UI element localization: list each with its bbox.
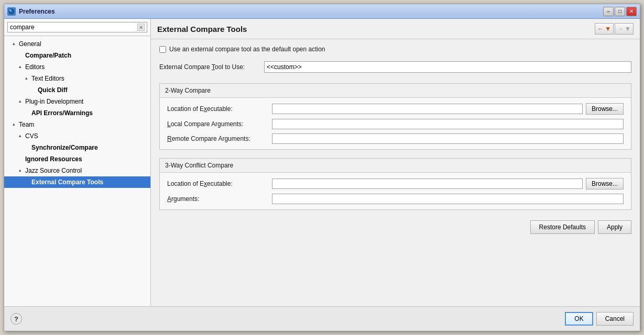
restore-defaults-button[interactable]: Restore Defaults [530,220,595,234]
section-3way: 3-Way Conflict Compare Location of Execu… [159,158,631,210]
tree-label-ignored-resources: Ignored Resources [25,154,82,164]
section-2way-title: 2-Way Compare [160,84,631,98]
3way-arguments-input[interactable] [272,194,624,204]
window-controls: – □ ✕ [603,7,637,16]
minimize-button[interactable]: – [603,7,614,16]
arrow-cvs: ▴ [19,132,24,140]
content-area: ✕ ▴ General Compare/Patch ▴ Editors [4,19,640,306]
2way-local-args-label: Local Compare Arguments: [167,120,272,128]
tree-label-sync-compare: Synchronize/Compare [31,143,98,152]
section-2way-content: Location of Executable: Browse... Local … [160,98,631,149]
3way-executable-row: Location of Executable: Browse... [167,178,624,189]
tree-item-text-editors[interactable]: ▴ Text Editors [4,73,150,84]
arrow-plugin-dev: ▴ [19,98,24,105]
ok-button[interactable]: OK [565,312,593,326]
checkbox-label: Use an external compare tool as the defa… [169,46,325,53]
tree-item-jazz-source-control[interactable]: ▴ Jazz Source Control [4,165,150,176]
close-button[interactable]: ✕ [626,7,637,16]
tree-item-general[interactable]: ▴ General [4,38,150,50]
search-input[interactable] [10,24,137,31]
2way-remote-args-input[interactable] [272,133,624,144]
tool-dropdown[interactable]: <<custom>> [264,61,631,73]
checkbox-row: Use an external compare tool as the defa… [159,46,631,53]
tree-label-cvs: CVS [25,131,38,141]
2way-executable-label: Location of Executable: [167,105,272,113]
left-panel: ✕ ▴ General Compare/Patch ▴ Editors [4,19,151,306]
section-3way-title: 3-Way Conflict Compare [160,159,631,173]
tree-item-compare-patch[interactable]: Compare/Patch [4,50,150,61]
title-bar: Preferences – □ ✕ [4,4,640,19]
tree-label-general: General [19,39,41,49]
tree-label-team: Team [19,120,34,129]
arrow-editors: ▴ [19,63,24,71]
bottom-button-bar: ? OK Cancel [4,306,640,331]
dropdown-field-label: External Compare Tool to Use: [159,63,264,71]
bottom-action-section: Restore Defaults Apply [159,218,631,234]
tree-label-text-editors: Text Editors [31,74,64,83]
svg-point-1 [9,9,12,12]
2way-executable-row: Location of Executable: Browse... [167,103,624,115]
dropdown-wrapper: <<custom>> [264,61,631,73]
back-arrow-icon: ← [597,25,604,32]
tree-label-compare-patch: Compare/Patch [25,51,71,60]
tree-label-jazz-source-control: Jazz Source Control [25,166,82,175]
panel-content: Use an external compare tool as the defa… [151,39,640,306]
forward-button[interactable]: → ▼ [615,23,634,35]
tree-item-external-compare-tools[interactable]: External Compare Tools [4,176,150,188]
tree-label-api-errors: API Errors/Warnings [31,108,93,118]
3way-browse-button[interactable]: Browse... [586,178,624,189]
search-wrapper: ✕ [7,22,147,32]
tree-area: ▴ General Compare/Patch ▴ Editors ▴ Text… [4,36,150,306]
apply-button[interactable]: Apply [598,220,631,234]
fwd-dropdown-icon: ▼ [625,25,631,32]
panel-header: External Compare Tools ← ▼ → ▼ [151,19,640,39]
tree-label-quick-diff: Quick Diff [38,85,68,95]
help-button[interactable]: ? [10,313,22,325]
tree-item-api-errors[interactable]: API Errors/Warnings [4,107,150,119]
bottom-left: ? [10,313,22,325]
dropdown-row: External Compare Tool to Use: <<custom>> [159,61,631,73]
tree-item-ignored-resources[interactable]: Ignored Resources [4,153,150,165]
3way-executable-input[interactable] [272,178,583,189]
tree-label-external-compare-tools: External Compare Tools [31,177,103,187]
use-external-tool-checkbox[interactable] [159,46,166,53]
maximize-button[interactable]: □ [615,7,625,16]
tree-item-cvs[interactable]: ▴ CVS [4,130,150,142]
tree-label-editors: Editors [25,62,45,72]
tree-label-plugin-dev: Plug-in Development [25,97,83,106]
back-dropdown-icon: ▼ [605,25,611,32]
panel-title: External Compare Tools [157,25,247,34]
3way-arguments-row: Arguments: [167,194,624,204]
section-3way-content: Location of Executable: Browse... Argume… [160,173,631,209]
arrow-general: ▴ [13,40,18,48]
2way-executable-input[interactable] [272,104,583,114]
preferences-window: Preferences – □ ✕ ✕ ▴ General [4,4,640,331]
nav-buttons: ← ▼ → ▼ [595,23,634,35]
tree-item-sync-compare[interactable]: Synchronize/Compare [4,142,150,153]
2way-local-args-row: Local Compare Arguments: [167,119,624,129]
window-icon [7,7,16,16]
2way-remote-args-label: Remote Compare Arguments: [167,135,272,142]
3way-arguments-label: Arguments: [167,195,272,203]
tree-item-editors[interactable]: ▴ Editors [4,61,150,73]
section-2way: 2-Way Compare Location of Executable: Br… [159,83,631,150]
tree-item-plugin-dev[interactable]: ▴ Plug-in Development [4,96,150,107]
right-panel: External Compare Tools ← ▼ → ▼ Use a [151,19,640,306]
search-box: ✕ [4,19,150,36]
2way-browse-button[interactable]: Browse... [586,103,624,115]
arrow-text-editors: ▴ [25,75,30,82]
arrow-jazz-source-control: ▴ [19,167,24,174]
fwd-arrow-icon: → [617,25,624,32]
window-title: Preferences [19,8,603,15]
back-button[interactable]: ← ▼ [595,23,614,35]
3way-executable-label: Location of Executable: [167,180,272,187]
tree-item-quick-diff[interactable]: Quick Diff [4,84,150,96]
2way-local-args-input[interactable] [272,119,624,129]
arrow-team: ▴ [13,121,18,128]
svg-point-0 [9,9,14,14]
cancel-button[interactable]: Cancel [596,312,634,326]
2way-remote-args-row: Remote Compare Arguments: [167,133,624,144]
search-clear-button[interactable]: ✕ [137,24,145,31]
tree-item-team[interactable]: ▴ Team [4,119,150,130]
